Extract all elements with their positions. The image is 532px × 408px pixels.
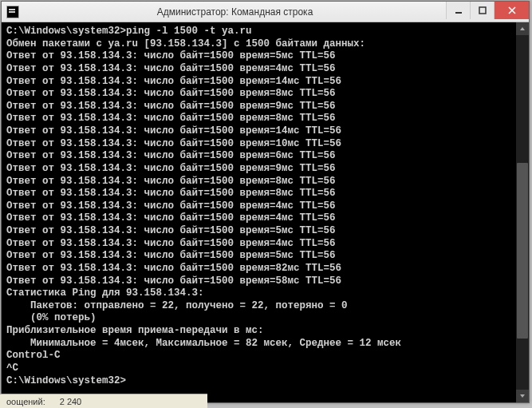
close-button[interactable] xyxy=(494,2,529,19)
ping-reply: Ответ от 93.158.134.3: число байт=1500 в… xyxy=(6,212,524,225)
control-c: Control-C xyxy=(6,350,524,362)
rtt-line: Минимальное = 4мсек, Максимальное = 82 м… xyxy=(6,338,524,351)
ping-reply: Ответ от 93.158.134.3: число байт=1500 в… xyxy=(6,113,524,125)
caret-c: ^C xyxy=(6,362,524,375)
scrollbar-thumb[interactable] xyxy=(517,163,528,339)
ping-header: Обмен пакетами с ya.ru [93.158.134.3] с … xyxy=(6,38,524,51)
ping-reply: Ответ от 93.158.134.3: число байт=1500 в… xyxy=(6,88,524,101)
ping-reply: Ответ от 93.158.134.3: число байт=1500 в… xyxy=(6,200,524,213)
ping-reply: Ответ от 93.158.134.3: число байт=1500 в… xyxy=(6,188,524,200)
svg-rect-0 xyxy=(455,12,462,14)
cmd-icon xyxy=(6,6,19,18)
ping-reply: Ответ от 93.158.134.3: число байт=1500 в… xyxy=(6,150,524,163)
ping-reply: Ответ от 93.158.134.3: число байт=1500 в… xyxy=(6,250,524,263)
maximize-button[interactable] xyxy=(470,2,494,19)
prompt-line: C:\Windows\system32>ping -l 1500 -t ya.r… xyxy=(6,26,524,38)
ping-reply: Ответ от 93.158.134.3: число байт=1500 в… xyxy=(6,50,524,63)
ping-reply: Ответ от 93.158.134.3: число байт=1500 в… xyxy=(6,63,524,76)
chevron-down-icon xyxy=(519,393,526,399)
ping-reply: Ответ от 93.158.134.3: число байт=1500 в… xyxy=(6,225,524,238)
window-controls xyxy=(446,2,529,22)
scroll-up-button[interactable] xyxy=(516,22,529,35)
titlebar[interactable]: Администратор: Командная строка xyxy=(2,2,529,22)
close-icon xyxy=(508,6,516,14)
cmd-window: Администратор: Командная строка C:\Windo… xyxy=(1,1,530,403)
stats-header: Статистика Ping для 93.158.134.3: xyxy=(6,287,524,300)
stats-packets: Пакетов: отправлено = 22, получено = 22,… xyxy=(6,300,524,313)
vertical-scrollbar[interactable] xyxy=(516,22,529,402)
minimize-button[interactable] xyxy=(446,2,470,19)
status-count: 2 240 xyxy=(60,397,82,406)
window-title: Администратор: Командная строка xyxy=(24,6,446,18)
ping-reply: Ответ от 93.158.134.3: число байт=1500 в… xyxy=(6,238,524,251)
ping-reply: Ответ от 93.158.134.3: число байт=1500 в… xyxy=(6,76,524,89)
svg-rect-1 xyxy=(479,7,486,14)
console-output[interactable]: C:\Windows\system32>ping -l 1500 -t ya.r… xyxy=(2,22,529,402)
ping-reply: Ответ от 93.158.134.3: число байт=1500 в… xyxy=(6,138,524,151)
ping-reply: Ответ от 93.158.134.3: число байт=1500 в… xyxy=(6,125,524,138)
prompt-line: C:\Windows\system32> xyxy=(6,375,524,388)
minimize-icon xyxy=(455,6,463,14)
status-label: оощений: xyxy=(6,397,45,406)
background-statusbar-fragment: оощений: 2 240 xyxy=(0,394,207,408)
ping-reply: Ответ от 93.158.134.3: число байт=1500 в… xyxy=(6,263,524,275)
ping-reply: Ответ от 93.158.134.3: число байт=1500 в… xyxy=(6,176,524,188)
stats-loss: (0% потерь) xyxy=(6,312,524,325)
ping-reply: Ответ от 93.158.134.3: число байт=1500 в… xyxy=(6,275,524,288)
scroll-down-button[interactable] xyxy=(516,390,529,402)
chevron-up-icon xyxy=(519,26,526,32)
scrollbar-track[interactable] xyxy=(516,35,529,390)
rtt-header: Приблизительное время приема-передачи в … xyxy=(6,325,524,338)
ping-reply: Ответ от 93.158.134.3: число байт=1500 в… xyxy=(6,163,524,176)
maximize-icon xyxy=(479,6,487,14)
ping-reply: Ответ от 93.158.134.3: число байт=1500 в… xyxy=(6,101,524,113)
